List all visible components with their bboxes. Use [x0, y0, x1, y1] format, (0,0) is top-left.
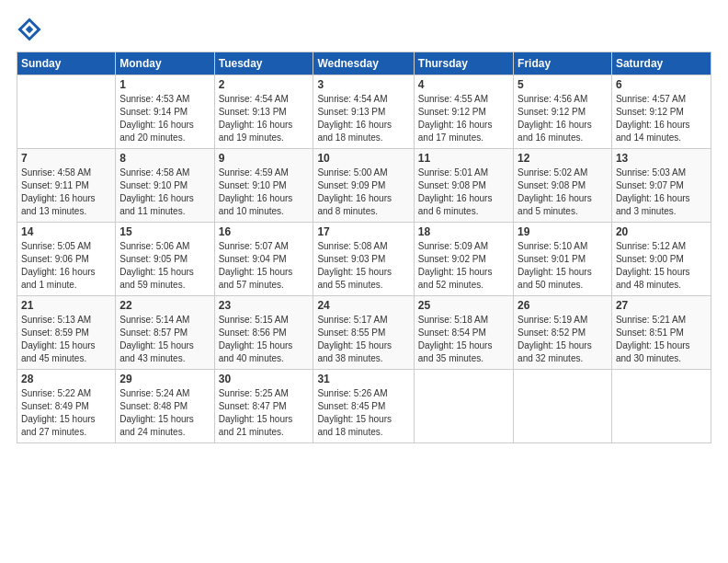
calendar-week-row: 1Sunrise: 4:53 AM Sunset: 9:14 PM Daylig… — [17, 75, 711, 149]
day-info: Sunrise: 5:14 AM Sunset: 8:57 PM Dayligh… — [119, 314, 210, 365]
calendar-cell — [611, 370, 711, 443]
day-info: Sunrise: 5:17 AM Sunset: 8:55 PM Dayligh… — [317, 314, 409, 365]
calendar-cell: 9Sunrise: 4:59 AM Sunset: 9:10 PM Daylig… — [214, 149, 313, 223]
day-info: Sunrise: 4:59 AM Sunset: 9:10 PM Dayligh… — [219, 167, 310, 218]
day-number: 3 — [317, 78, 409, 91]
calendar-cell: 11Sunrise: 5:01 AM Sunset: 9:08 PM Dayli… — [414, 149, 513, 223]
day-number: 27 — [616, 299, 707, 312]
calendar-cell: 12Sunrise: 5:02 AM Sunset: 9:08 PM Dayli… — [514, 149, 612, 223]
calendar-cell: 31Sunrise: 5:26 AM Sunset: 8:45 PM Dayli… — [313, 370, 414, 443]
day-info: Sunrise: 5:21 AM Sunset: 8:51 PM Dayligh… — [616, 314, 707, 365]
day-info: Sunrise: 4:58 AM Sunset: 9:10 PM Dayligh… — [119, 167, 210, 218]
calendar-day-header: Saturday — [611, 52, 711, 75]
day-number: 13 — [616, 152, 707, 165]
day-info: Sunrise: 5:12 AM Sunset: 9:00 PM Dayligh… — [616, 240, 707, 292]
day-info: Sunrise: 4:54 AM Sunset: 9:13 PM Dayligh… — [219, 93, 310, 144]
day-info: Sunrise: 5:08 AM Sunset: 9:03 PM Dayligh… — [317, 240, 409, 292]
calendar-week-row: 7Sunrise: 4:58 AM Sunset: 9:11 PM Daylig… — [17, 149, 711, 223]
calendar-cell: 1Sunrise: 4:53 AM Sunset: 9:14 PM Daylig… — [116, 75, 214, 149]
day-number: 25 — [418, 299, 509, 312]
calendar-day-header: Thursday — [414, 52, 513, 75]
day-info: Sunrise: 5:19 AM Sunset: 8:52 PM Dayligh… — [518, 314, 608, 365]
calendar-cell: 29Sunrise: 5:24 AM Sunset: 8:48 PM Dayli… — [116, 370, 214, 443]
calendar-cell: 8Sunrise: 4:58 AM Sunset: 9:10 PM Daylig… — [116, 149, 214, 223]
day-number: 10 — [317, 152, 409, 165]
day-number: 31 — [317, 373, 409, 385]
logo — [17, 17, 44, 42]
calendar-cell: 28Sunrise: 5:22 AM Sunset: 8:49 PM Dayli… — [17, 370, 116, 443]
calendar-cell: 14Sunrise: 5:05 AM Sunset: 9:06 PM Dayli… — [17, 223, 116, 296]
day-number: 18 — [418, 225, 509, 238]
day-number: 24 — [317, 299, 409, 312]
day-number: 2 — [219, 78, 310, 91]
page-container: SundayMondayTuesdayWednesdayThursdayFrid… — [0, 0, 728, 453]
day-number: 9 — [219, 152, 310, 165]
day-info: Sunrise: 5:10 AM Sunset: 9:01 PM Dayligh… — [518, 240, 608, 292]
calendar-week-row: 28Sunrise: 5:22 AM Sunset: 8:49 PM Dayli… — [17, 370, 711, 443]
day-info: Sunrise: 4:55 AM Sunset: 9:12 PM Dayligh… — [418, 93, 509, 144]
day-number: 1 — [119, 78, 210, 91]
day-number: 11 — [418, 152, 509, 165]
calendar-cell: 22Sunrise: 5:14 AM Sunset: 8:57 PM Dayli… — [116, 296, 214, 370]
calendar-cell: 15Sunrise: 5:06 AM Sunset: 9:05 PM Dayli… — [116, 223, 214, 296]
day-info: Sunrise: 5:15 AM Sunset: 8:56 PM Dayligh… — [219, 314, 310, 365]
day-number: 12 — [518, 152, 608, 165]
day-info: Sunrise: 4:57 AM Sunset: 9:12 PM Dayligh… — [616, 93, 707, 144]
calendar-cell: 4Sunrise: 4:55 AM Sunset: 9:12 PM Daylig… — [414, 75, 513, 149]
calendar-day-header: Tuesday — [214, 52, 313, 75]
day-info: Sunrise: 4:53 AM Sunset: 9:14 PM Dayligh… — [119, 93, 210, 144]
calendar-header-row: SundayMondayTuesdayWednesdayThursdayFrid… — [17, 52, 711, 75]
day-info: Sunrise: 5:03 AM Sunset: 9:07 PM Dayligh… — [616, 167, 707, 218]
day-info: Sunrise: 4:58 AM Sunset: 9:11 PM Dayligh… — [21, 167, 111, 218]
calendar-week-row: 14Sunrise: 5:05 AM Sunset: 9:06 PM Dayli… — [17, 223, 711, 296]
calendar-cell: 6Sunrise: 4:57 AM Sunset: 9:12 PM Daylig… — [611, 75, 711, 149]
calendar-cell: 21Sunrise: 5:13 AM Sunset: 8:59 PM Dayli… — [17, 296, 116, 370]
day-number: 16 — [219, 225, 310, 238]
calendar-day-header: Friday — [514, 52, 612, 75]
calendar-cell: 10Sunrise: 5:00 AM Sunset: 9:09 PM Dayli… — [313, 149, 414, 223]
calendar-cell: 3Sunrise: 4:54 AM Sunset: 9:13 PM Daylig… — [313, 75, 414, 149]
day-number: 26 — [518, 299, 608, 312]
day-info: Sunrise: 5:02 AM Sunset: 9:08 PM Dayligh… — [518, 167, 608, 218]
day-info: Sunrise: 5:18 AM Sunset: 8:54 PM Dayligh… — [418, 314, 509, 365]
calendar-cell — [514, 370, 612, 443]
calendar-cell: 13Sunrise: 5:03 AM Sunset: 9:07 PM Dayli… — [611, 149, 711, 223]
day-info: Sunrise: 5:00 AM Sunset: 9:09 PM Dayligh… — [317, 167, 409, 218]
day-info: Sunrise: 5:06 AM Sunset: 9:05 PM Dayligh… — [119, 240, 210, 292]
day-number: 30 — [219, 373, 310, 385]
day-number: 23 — [219, 299, 310, 312]
calendar-week-row: 21Sunrise: 5:13 AM Sunset: 8:59 PM Dayli… — [17, 296, 711, 370]
calendar-cell: 23Sunrise: 5:15 AM Sunset: 8:56 PM Dayli… — [214, 296, 313, 370]
calendar-cell: 20Sunrise: 5:12 AM Sunset: 9:00 PM Dayli… — [611, 223, 711, 296]
calendar-cell: 2Sunrise: 4:54 AM Sunset: 9:13 PM Daylig… — [214, 75, 313, 149]
calendar-cell: 25Sunrise: 5:18 AM Sunset: 8:54 PM Dayli… — [414, 296, 513, 370]
day-number: 19 — [518, 225, 608, 238]
calendar-cell: 7Sunrise: 4:58 AM Sunset: 9:11 PM Daylig… — [17, 149, 116, 223]
day-info: Sunrise: 5:07 AM Sunset: 9:04 PM Dayligh… — [219, 240, 310, 292]
calendar-cell — [17, 75, 116, 149]
calendar-cell: 30Sunrise: 5:25 AM Sunset: 8:47 PM Dayli… — [214, 370, 313, 443]
day-info: Sunrise: 5:24 AM Sunset: 8:48 PM Dayligh… — [119, 387, 210, 439]
day-info: Sunrise: 5:25 AM Sunset: 8:47 PM Dayligh… — [219, 387, 310, 439]
calendar-cell: 5Sunrise: 4:56 AM Sunset: 9:12 PM Daylig… — [514, 75, 612, 149]
calendar-cell: 19Sunrise: 5:10 AM Sunset: 9:01 PM Dayli… — [514, 223, 612, 296]
day-number: 17 — [317, 225, 409, 238]
day-info: Sunrise: 4:56 AM Sunset: 9:12 PM Dayligh… — [518, 93, 608, 144]
calendar-cell: 26Sunrise: 5:19 AM Sunset: 8:52 PM Dayli… — [514, 296, 612, 370]
day-info: Sunrise: 5:09 AM Sunset: 9:02 PM Dayligh… — [418, 240, 509, 292]
day-number: 4 — [418, 78, 509, 91]
calendar-day-header: Wednesday — [313, 52, 414, 75]
day-number: 15 — [119, 225, 210, 238]
day-number: 5 — [518, 78, 608, 91]
header — [17, 17, 711, 42]
day-number: 20 — [616, 225, 707, 238]
day-info: Sunrise: 5:05 AM Sunset: 9:06 PM Dayligh… — [21, 240, 111, 292]
day-number: 21 — [21, 299, 111, 312]
day-info: Sunrise: 4:54 AM Sunset: 9:13 PM Dayligh… — [317, 93, 409, 144]
day-number: 6 — [616, 78, 707, 91]
calendar-cell: 16Sunrise: 5:07 AM Sunset: 9:04 PM Dayli… — [214, 223, 313, 296]
calendar-day-header: Monday — [116, 52, 214, 75]
day-info: Sunrise: 5:22 AM Sunset: 8:49 PM Dayligh… — [21, 387, 111, 439]
calendar-cell — [414, 370, 513, 443]
day-number: 29 — [119, 373, 210, 385]
